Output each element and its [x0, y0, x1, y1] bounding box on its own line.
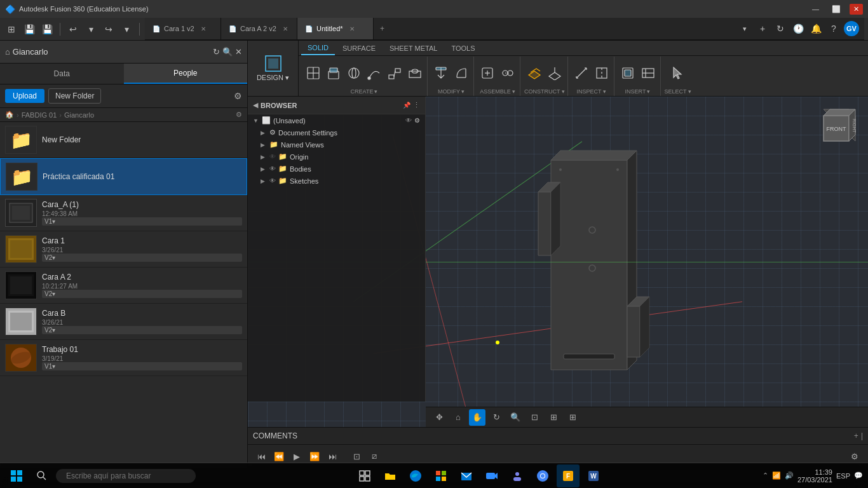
- search-taskbar[interactable]: [31, 464, 53, 487]
- tab-close-0[interactable]: ✕: [201, 25, 206, 32]
- start-button[interactable]: [5, 464, 28, 487]
- create-label[interactable]: CREATE ▾: [351, 88, 378, 95]
- browser-item-docsettings[interactable]: ▶ ⚙ Document Settings: [248, 126, 425, 139]
- redo-btn[interactable]: ↪: [101, 22, 116, 37]
- tab-solid[interactable]: SOLID: [301, 41, 335, 55]
- word-taskbar[interactable]: W: [582, 464, 605, 487]
- tab-untitled[interactable]: 📄 Untitled* ✕: [297, 18, 374, 39]
- insert-canvas-icon[interactable]: [639, 64, 658, 83]
- tab-sheet-metal[interactable]: SHEET METAL: [383, 41, 444, 55]
- sweep-icon[interactable]: [365, 64, 384, 83]
- redo-arrow[interactable]: ▾: [119, 22, 134, 37]
- extrude-icon[interactable]: [324, 64, 343, 83]
- undo-btn[interactable]: ↩: [65, 22, 81, 37]
- visibility-icon-5[interactable]: 👁: [269, 177, 276, 184]
- search-input[interactable]: [56, 469, 196, 483]
- list-item[interactable]: Cara_A (1) 12:49:38 AM V1▾: [0, 195, 247, 231]
- breadcrumb-home[interactable]: 🏠: [5, 111, 14, 119]
- offset-plane-icon[interactable]: [525, 64, 544, 83]
- list-item[interactable]: Cara 1 3/26/21 V2▾: [0, 231, 247, 268]
- close-btn[interactable]: ✕: [850, 4, 863, 15]
- new-tab-btn[interactable]: +: [374, 18, 391, 39]
- fillet-icon[interactable]: [452, 64, 471, 83]
- construct-label[interactable]: CONSTRUCT ▾: [524, 88, 565, 95]
- inspect-label[interactable]: INSPECT ▾: [576, 88, 606, 95]
- tab-surface[interactable]: SURFACE: [336, 41, 382, 55]
- user-avatar[interactable]: GV: [844, 21, 859, 36]
- hand-icon[interactable]: ✋: [469, 409, 485, 426]
- file-explorer-taskbar[interactable]: [379, 464, 402, 487]
- clock-icon[interactable]: 🕐: [790, 21, 806, 36]
- revolve-icon[interactable]: [344, 64, 363, 83]
- tab-close-1[interactable]: ✕: [283, 25, 288, 32]
- zoom-taskbar[interactable]: [480, 464, 503, 487]
- create-new-body-icon[interactable]: [304, 64, 323, 83]
- browser-pin-icon[interactable]: 📌: [403, 102, 410, 109]
- minimize-btn[interactable]: —: [808, 4, 823, 15]
- insert-label[interactable]: INSERT ▾: [625, 88, 651, 95]
- home-view-icon[interactable]: ⌂: [450, 409, 466, 426]
- browser-item-unsaved[interactable]: ▼ ⬜ (Unsaved) 👁 ⚙: [248, 114, 425, 126]
- viewport[interactable]: ◀ BROWSER 📌 ⋮ ▼ ⬜ (Unsaved) 👁 ⚙ ▶ ⚙ Docu…: [248, 97, 868, 427]
- browser-collapse-icon[interactable]: ◀: [253, 101, 258, 109]
- notification-center-icon[interactable]: 💬: [854, 471, 863, 480]
- browser-item-bodies[interactable]: ▶ 👁 📁 Bodies: [248, 163, 425, 175]
- browser-item-origin[interactable]: ▶ 👁 📁 Origin: [248, 151, 425, 163]
- midplane-icon[interactable]: [545, 64, 564, 83]
- display-settings-icon[interactable]: ⊡: [526, 409, 543, 426]
- comments-collapse-icon[interactable]: |: [861, 431, 863, 440]
- visibility-icon-3[interactable]: 👁: [269, 153, 276, 160]
- section-analysis-icon[interactable]: [592, 64, 611, 83]
- save-as-icon[interactable]: 💾: [22, 22, 37, 37]
- grid-icon[interactable]: ⊞: [4, 22, 19, 37]
- settings-icon-0[interactable]: ⚙: [414, 117, 420, 124]
- zoom-icon[interactable]: 🔍: [507, 409, 524, 426]
- hole-icon[interactable]: [405, 64, 424, 83]
- breadcrumb-fabdig[interactable]: FABDIG 01: [22, 111, 57, 119]
- loft-icon[interactable]: [385, 64, 404, 83]
- edge-browser-taskbar[interactable]: [404, 464, 427, 487]
- new-component-icon[interactable]: [478, 64, 497, 83]
- store-taskbar[interactable]: [430, 464, 452, 487]
- fusion360-taskbar[interactable]: F: [557, 464, 580, 487]
- add-doc-icon[interactable]: +: [755, 21, 770, 36]
- clock-display[interactable]: 11:39 27/03/2021: [797, 468, 832, 484]
- list-item[interactable]: 📁 Práctica calificada 01: [0, 158, 247, 195]
- select-label[interactable]: SELECT ▾: [665, 88, 691, 95]
- chrome-taskbar[interactable]: [531, 464, 554, 487]
- tab-list-icon[interactable]: ▾: [737, 21, 752, 36]
- breadcrumb-settings-icon[interactable]: ⚙: [236, 111, 242, 119]
- refresh-user-icon[interactable]: ↻: [213, 47, 220, 57]
- select-icon[interactable]: [668, 64, 688, 83]
- people-tab[interactable]: People: [124, 64, 248, 84]
- pan-icon[interactable]: ✥: [431, 409, 447, 426]
- mail-taskbar[interactable]: [455, 464, 478, 487]
- design-button[interactable]: DESIGN ▾: [248, 41, 299, 96]
- press-pull-icon[interactable]: [431, 64, 451, 83]
- language-display[interactable]: ESP: [836, 472, 850, 480]
- add-comment-icon[interactable]: +: [854, 431, 858, 440]
- system-tray-icons[interactable]: ⌃: [763, 471, 768, 480]
- home-icon[interactable]: ⌂: [5, 47, 10, 57]
- task-view-icon[interactable]: [353, 464, 376, 487]
- network-icon[interactable]: 📶: [772, 471, 781, 480]
- list-item[interactable]: Cara B 3/26/21 V2▾: [0, 304, 247, 340]
- assemble-label[interactable]: ASSEMBLE ▾: [480, 88, 515, 95]
- viewcube[interactable]: FRONT RIGHT: [811, 103, 862, 154]
- tab-caraa2v2[interactable]: 📄 Cara A 2 v2 ✕: [221, 18, 297, 39]
- rotate-icon[interactable]: ↻: [488, 409, 505, 426]
- appearance-icon[interactable]: ⊞: [564, 409, 581, 426]
- settings-icon[interactable]: ⚙: [234, 91, 242, 101]
- browser-item-namedviews[interactable]: ▶ 📁 Named Views: [248, 139, 425, 151]
- upload-button[interactable]: Upload: [5, 89, 44, 103]
- new-folder-button[interactable]: New Folder: [48, 88, 101, 104]
- tab-tools[interactable]: TOOLS: [445, 41, 481, 55]
- save-icon[interactable]: 💾: [39, 22, 55, 37]
- grid-display-icon[interactable]: ⊞: [545, 409, 562, 426]
- close-panel-icon[interactable]: ✕: [235, 47, 242, 57]
- notification-icon[interactable]: 🔔: [808, 21, 824, 36]
- teams-taskbar[interactable]: [506, 464, 529, 487]
- tab-cara1v2[interactable]: 📄 Cara 1 v2 ✕: [145, 18, 221, 39]
- list-item[interactable]: Cara A 2 10:21:27 AM V2▾: [0, 268, 247, 304]
- tab-close-2[interactable]: ✕: [349, 25, 355, 32]
